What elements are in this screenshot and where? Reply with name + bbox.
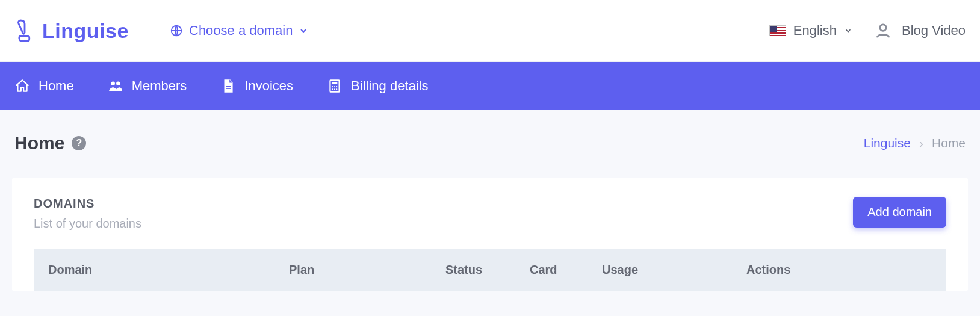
- nav-home[interactable]: Home: [14, 78, 74, 94]
- svg-rect-7: [332, 82, 338, 84]
- add-domain-button[interactable]: Add domain: [853, 197, 946, 228]
- user-avatar-icon: [874, 22, 892, 40]
- domain-chooser[interactable]: Choose a domain: [170, 23, 308, 39]
- nav-billing-label: Billing details: [351, 78, 428, 94]
- domains-table-header: Domain Plan Status Card Usage Actions: [34, 249, 946, 291]
- breadcrumb: Linguise › Home: [864, 136, 966, 150]
- svg-rect-5: [226, 88, 231, 89]
- domains-card-subtitle: List of your domains: [34, 217, 141, 231]
- user-menu[interactable]: Blog Video: [874, 22, 966, 40]
- breadcrumb-root[interactable]: Linguise: [864, 136, 911, 150]
- logo-mark-icon: [14, 19, 35, 43]
- domains-card-title: DOMAINS: [34, 197, 141, 211]
- svg-point-1: [880, 25, 887, 31]
- topbar: Linguise Choose a domain English: [0, 0, 980, 62]
- globe-icon: [170, 24, 183, 37]
- col-plan: Plan: [289, 263, 445, 277]
- svg-point-10: [336, 86, 337, 87]
- col-status: Status: [445, 263, 530, 277]
- us-flag-icon: [769, 25, 786, 36]
- svg-point-8: [332, 86, 333, 87]
- chevron-down-icon: [299, 26, 308, 36]
- page-header: Home ? Linguise › Home: [0, 110, 980, 168]
- breadcrumb-current: Home: [932, 136, 966, 150]
- domain-chooser-label: Choose a domain: [189, 23, 293, 39]
- document-icon: [220, 78, 236, 94]
- user-label: Blog Video: [902, 23, 966, 39]
- svg-rect-4: [226, 86, 231, 87]
- col-domain: Domain: [48, 263, 289, 277]
- nav-billing[interactable]: Billing details: [327, 78, 428, 94]
- svg-point-13: [336, 88, 337, 90]
- nav-members[interactable]: Members: [108, 78, 187, 94]
- col-actions: Actions: [746, 263, 932, 277]
- domains-card-header: DOMAINS List of your domains Add domain: [34, 197, 946, 231]
- svg-point-2: [111, 81, 115, 85]
- members-icon: [108, 78, 123, 94]
- nav-members-label: Members: [132, 78, 187, 94]
- svg-point-3: [116, 81, 120, 85]
- svg-point-11: [332, 88, 333, 90]
- col-usage: Usage: [602, 263, 746, 277]
- page-title-text: Home: [14, 133, 64, 153]
- home-icon: [14, 78, 30, 94]
- nav-invoices[interactable]: Invoices: [220, 78, 293, 94]
- topbar-right: English Blog Video: [769, 22, 966, 40]
- page-title: Home ?: [14, 133, 86, 153]
- language-picker[interactable]: English: [769, 23, 852, 39]
- col-card: Card: [530, 263, 602, 277]
- calculator-icon: [327, 78, 343, 94]
- main-nav: Home Members Invoices Billing details: [0, 62, 980, 110]
- domains-card: DOMAINS List of your domains Add domain …: [12, 178, 968, 291]
- svg-point-12: [334, 88, 335, 90]
- brand-name: Linguise: [42, 19, 129, 43]
- breadcrumb-separator-icon: ›: [919, 136, 923, 150]
- chevron-down-icon: [844, 26, 852, 35]
- nav-invoices-label: Invoices: [244, 78, 293, 94]
- brand-logo[interactable]: Linguise: [14, 19, 147, 43]
- help-icon[interactable]: ?: [72, 136, 86, 150]
- language-label: English: [793, 23, 837, 39]
- nav-home-label: Home: [39, 78, 74, 94]
- svg-point-9: [334, 86, 335, 87]
